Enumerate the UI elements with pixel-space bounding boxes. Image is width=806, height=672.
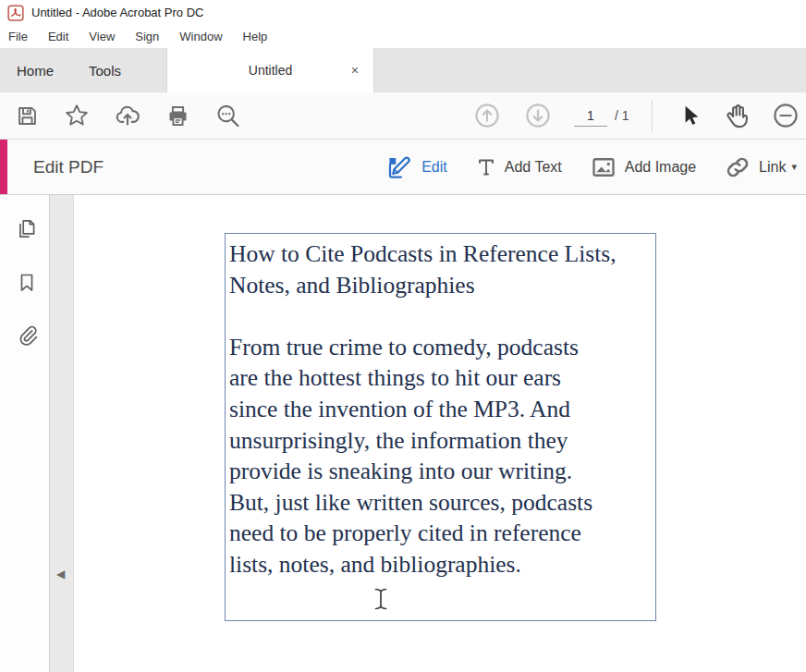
add-text-icon	[475, 155, 497, 179]
star-icon[interactable]	[64, 103, 90, 128]
menu-bar: File Edit View Sign Window Help	[0, 25, 806, 48]
edit-button[interactable]: Edit	[385, 153, 447, 181]
menu-edit[interactable]: Edit	[38, 26, 79, 47]
acrobat-window: Untitled - Adobe Acrobat Pro DC File Edi…	[0, 0, 806, 672]
tab-bar: Home Tools Untitled ×	[0, 48, 806, 92]
print-icon[interactable]	[165, 104, 190, 128]
next-page-icon[interactable]	[524, 102, 552, 129]
save-icon[interactable]	[15, 104, 40, 128]
title-bar: Untitled - Adobe Acrobat Pro DC	[0, 0, 806, 25]
document-text: How to Cite Podcasts in Reference Lists,…	[226, 234, 655, 580]
close-tab-icon[interactable]: ×	[348, 62, 362, 79]
toolbar-divider	[652, 100, 653, 131]
pdf-page: How to Cite Podcasts in Reference Lists,…	[75, 195, 806, 672]
navigation-rail	[0, 195, 49, 672]
edit-button-label: Edit	[421, 159, 447, 176]
tab-bar-empty	[374, 48, 806, 92]
tab-tools[interactable]: Tools	[87, 57, 123, 84]
page-number-input[interactable]	[574, 104, 607, 127]
add-text-button[interactable]: Add Text	[475, 155, 562, 179]
tab-document-untitled[interactable]: Untitled ×	[167, 48, 374, 92]
panel-gutter: ◀	[49, 195, 74, 672]
edit-pencil-icon	[385, 153, 414, 181]
acrobat-logo-icon	[7, 5, 24, 21]
cloud-upload-icon[interactable]	[114, 102, 141, 129]
edit-pdf-accent-bar	[0, 140, 7, 194]
link-icon	[724, 153, 751, 181]
edit-pdf-actions: Edit Add Text Add Image L	[385, 140, 797, 194]
menu-sign[interactable]: Sign	[125, 26, 169, 47]
tab-home[interactable]: Home	[15, 57, 55, 84]
add-image-button[interactable]: Add Image	[590, 154, 696, 180]
attachments-icon[interactable]	[15, 321, 39, 348]
document-area: ◀ How to Cite Podcasts in Reference List…	[0, 195, 806, 672]
text-cursor-icon	[372, 586, 389, 612]
add-image-icon	[590, 154, 617, 180]
zoom-out-icon[interactable]	[772, 102, 800, 129]
window-title: Untitled - Adobe Acrobat Pro DC	[31, 6, 203, 19]
toolbar-center-group: / 1	[473, 92, 800, 139]
menu-file[interactable]: File	[0, 26, 38, 47]
page-thumbnails-icon[interactable]	[15, 215, 39, 243]
previous-page-icon[interactable]	[473, 102, 501, 129]
bookmarks-icon[interactable]	[15, 269, 39, 297]
page-total-label: / 1	[615, 108, 629, 123]
link-button-label: Link	[759, 159, 786, 176]
editable-text-box[interactable]: How to Cite Podcasts in Reference Lists,…	[225, 233, 656, 621]
main-toolbar: / 1	[0, 92, 806, 140]
find-icon[interactable]	[214, 103, 241, 129]
tab-document-label: Untitled	[249, 63, 292, 78]
menu-view[interactable]: View	[79, 26, 125, 47]
tab-nav-group: Home Tools	[0, 48, 167, 92]
select-tool-icon[interactable]	[678, 104, 702, 128]
collapse-panel-icon[interactable]: ◀	[56, 568, 67, 580]
edit-pdf-title: Edit PDF	[33, 157, 104, 177]
menu-help[interactable]: Help	[233, 26, 278, 47]
edit-pdf-bar: Edit PDF Edit Add Text	[0, 140, 806, 195]
chevron-down-icon: ▾	[791, 161, 797, 173]
toolbar-left-group	[15, 92, 241, 139]
hand-tool-icon[interactable]	[723, 102, 751, 130]
menu-window[interactable]: Window	[169, 26, 232, 47]
add-text-button-label: Add Text	[505, 159, 562, 176]
link-button[interactable]: Link ▾	[724, 153, 797, 181]
add-image-button-label: Add Image	[625, 159, 696, 176]
